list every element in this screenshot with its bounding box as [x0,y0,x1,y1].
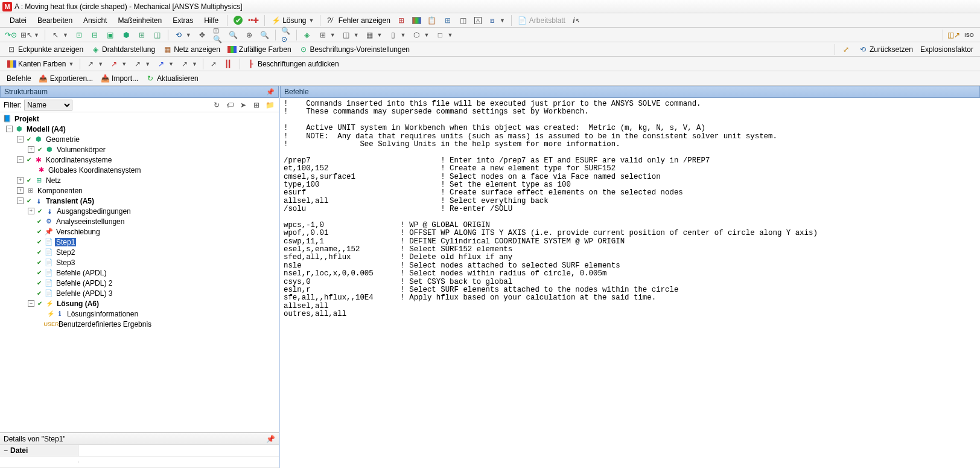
expander[interactable]: − [28,300,34,307]
netz-button[interactable]: ▦Netz anzeigen [159,43,223,56]
explosionsfaktor-button[interactable]: Explosionsfaktor [917,44,976,55]
commands-editor[interactable]: ! Commands inserted into this file will … [280,98,980,468]
node-benutzerdefiniertes-ergebnis[interactable]: Benutzerdefiniertes Ergebnis [57,320,153,329]
node-modell[interactable]: Modell (A4) [25,125,67,133]
outline-tree[interactable]: 📘Projekt −⬢Modell (A4) −⬢Geometrie +⬢Vol… [0,112,279,432]
tb-icon-3[interactable]: 📋 [425,14,439,27]
eckpunkte-button[interactable]: ⊡Eckpunkte anzeigen [4,43,86,56]
details-category-datei[interactable]: −Datei [0,445,78,456]
node-befehle-apdl[interactable]: Befehle (APDL) [55,269,107,277]
node-projekt[interactable]: Projekt [13,115,40,123]
menu-masseinheiten[interactable]: Maßeinheiten [113,14,167,27]
node-step3[interactable]: Step3 [55,258,76,267]
arrow-filter-icon[interactable]: ➤ [238,100,249,111]
pin-icon[interactable]: 📌 [266,88,275,96]
expander[interactable]: + [17,187,24,194]
menu-bearbeiten[interactable]: Bearbeiten [33,14,77,27]
tb-icon-2[interactable] [410,16,424,25]
menu-datei[interactable]: Datei [5,14,31,27]
elem-sel-tool[interactable]: ◫ [150,29,165,41]
expander[interactable]: + [28,146,34,153]
pan-tool[interactable]: ✥ [195,29,209,41]
node-befehle-apdl-3[interactable]: Befehle (APDL) 3 [55,289,113,298]
pin-icon[interactable]: 📌 [266,435,275,443]
view-cube-icon[interactable]: ⊞▼ [316,29,338,41]
node-loesungsinformationen[interactable]: Lösungsinformationen [66,310,139,318]
refresh-filter-icon[interactable]: ↻ [211,100,222,111]
zufallig-button[interactable]: Zufällige Farben [224,43,294,56]
zoom-tool[interactable]: 🔍 [226,29,241,41]
fehler-anzeigen-button[interactable]: ?/ Fehler anzeigen [324,15,392,26]
edge4-icon[interactable]: ↗▼ [154,58,176,70]
arrow-icon[interactable]: ➚ [206,58,221,70]
edge5-icon[interactable]: ↗▼ [177,58,200,70]
node-analyseeinstellungen[interactable]: Analyseeinstellungen [55,217,126,226]
node-glob-koordsys[interactable]: Globales Koordinatensystem [47,166,142,175]
node-step1[interactable]: Step1 [55,238,76,246]
tag-filter-icon[interactable]: 🏷 [224,100,235,111]
tb-icon-4[interactable]: ⊞ [441,14,455,27]
expand-all-icon[interactable]: ⊞ [251,100,262,111]
aktualisieren-button[interactable]: ↻Aktualisieren [142,72,202,85]
view-grid-icon[interactable]: ▦▼ [363,29,385,41]
beschr-button[interactable]: ⊙Beschriftungs-Voreinstellungen [296,43,413,56]
check-icon-button[interactable]: ✔ [231,14,245,26]
node-step2[interactable]: Step2 [55,248,76,257]
losung-button[interactable]: ⚡Lösung▼ [269,14,316,27]
zoom-box-tool[interactable]: ⊡🔍 [211,29,225,41]
menu-hilfe[interactable]: Hilfe [199,14,223,27]
look-tool[interactable]: 🔍⊙ [279,29,293,41]
expander[interactable]: − [17,197,24,204]
import-button[interactable]: 📥Import... [97,72,141,85]
rotate-tool[interactable]: ⟲▼ [171,29,194,41]
menu-ansicht[interactable]: Ansicht [78,14,112,27]
select-adj-tool[interactable]: ⊞↖▼ [19,29,42,41]
edge1-icon[interactable]: ↗▼ [83,58,106,70]
beschr-aufdicken-button[interactable]: ┠Beschriftungen aufdicken [243,58,342,70]
folder-filter-icon[interactable]: 📁 [264,100,275,111]
expander[interactable]: − [17,136,24,143]
body-sel-tool[interactable]: ⬢ [119,29,133,41]
node-koordinatensysteme[interactable]: Koordinatensysteme [45,156,113,164]
expander[interactable]: + [17,177,24,184]
expand-icon[interactable]: ⤢ [838,43,854,56]
node-loesung[interactable]: Lösung (A6) [56,300,100,308]
node-netz[interactable]: Netz [45,176,62,185]
view-box-icon[interactable]: □▼ [433,29,455,41]
exportieren-button[interactable]: 📤Exportieren... [36,72,96,85]
zoom-fit-tool[interactable]: ⊕ [242,29,256,41]
view-shade-icon[interactable]: ⬡▼ [409,29,431,41]
view-plane-icon[interactable]: ◫▼ [339,29,361,41]
edge3-icon[interactable]: ↗▼ [130,58,153,70]
tb-icon-7[interactable]: ⧈▼ [485,14,508,27]
tb-icon-1[interactable]: ⊞ [394,14,409,27]
thick-icon[interactable]: ┃▎ [222,58,237,70]
node-geometrie[interactable]: Geometrie [45,135,81,144]
node-sel-tool[interactable]: ⊞ [135,29,149,41]
filter-select[interactable]: Name [24,100,72,111]
menu-extras[interactable]: Extras [168,14,198,27]
view-proj-icon[interactable]: ▯▼ [386,29,409,41]
zurucksetzen-button[interactable]: ⟲Zurücksetzen [855,43,916,56]
tb-icon-6[interactable]: A [472,16,484,25]
face-sel-tool[interactable]: ▣ [103,29,118,41]
zoom-sel-tool[interactable]: 🔍 [258,29,272,41]
tb-icon-5[interactable]: ◫ [456,14,471,27]
vertex-sel-tool[interactable]: ⊡ [72,29,86,41]
cursor-tool[interactable]: ↖▼ [48,29,71,41]
dots-icon-button[interactable]: ••✚ [246,14,261,27]
node-befehle-apdl-2[interactable]: Befehle (APDL) 2 [55,279,113,287]
iso-mat-icon[interactable]: ISO [962,29,976,41]
node-transient[interactable]: Transient (A5) [45,197,95,205]
befehle-button[interactable]: Befehle [4,73,34,84]
node-verschiebung[interactable]: Verschiebung [55,228,101,236]
node-volumenkoerper[interactable]: Volumenkörper [56,146,107,154]
edge-sel-tool[interactable]: ⊟ [88,29,102,41]
expander[interactable]: + [28,208,34,214]
arbeitsblatt-button[interactable]: 📄Arbeitsblatt [515,14,568,27]
assembly-icon[interactable]: ◫↗ [946,29,961,41]
edge2-icon[interactable]: ↗▼ [107,58,129,70]
draht-button[interactable]: ◈Drahtdarstellung [88,43,158,56]
expander[interactable]: − [6,126,13,132]
info-cursor-icon[interactable]: i↖ [569,14,584,27]
